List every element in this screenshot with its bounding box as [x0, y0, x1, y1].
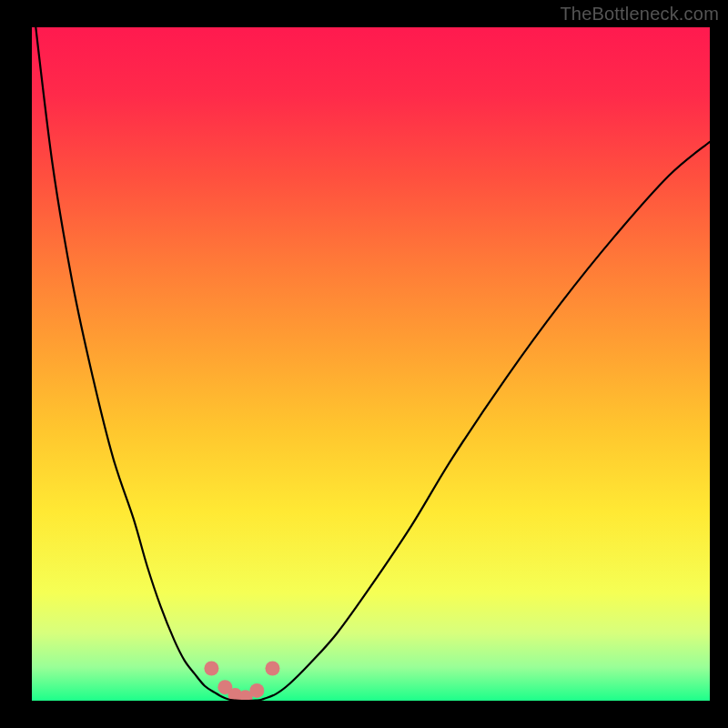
watermark-text: TheBottleneck.com [560, 4, 719, 25]
v-curve [32, 27, 710, 701]
markers-group [204, 661, 279, 701]
marker-point [204, 661, 218, 675]
curve-layer [32, 27, 710, 701]
chart-container: TheBottleneck.com [0, 0, 728, 728]
plot-area [32, 27, 710, 701]
marker-point [265, 661, 279, 675]
marker-point [249, 683, 264, 698]
